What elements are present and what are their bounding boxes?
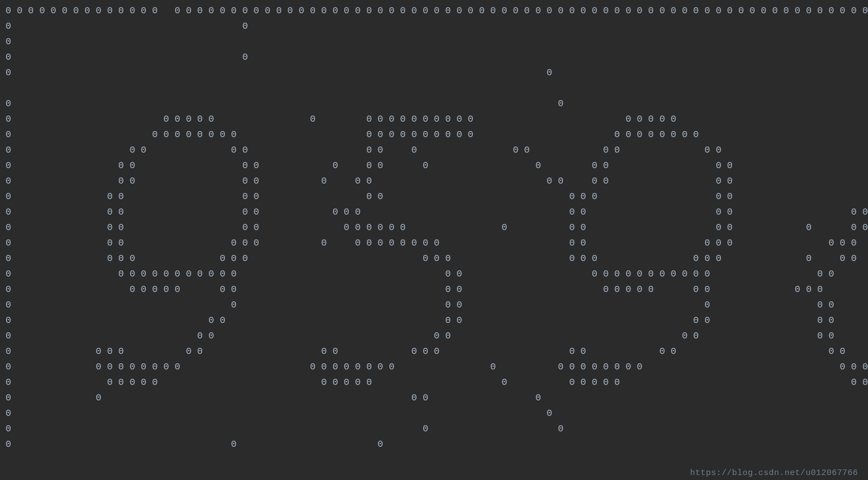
- ascii-art-output: 0 0 0 0 0 0 0 0 0 0 0 0 0 0 0 0 0 0 0 0 …: [0, 0, 868, 452]
- csdn-watermark: https://blog.csdn.net/u012067766: [690, 468, 858, 478]
